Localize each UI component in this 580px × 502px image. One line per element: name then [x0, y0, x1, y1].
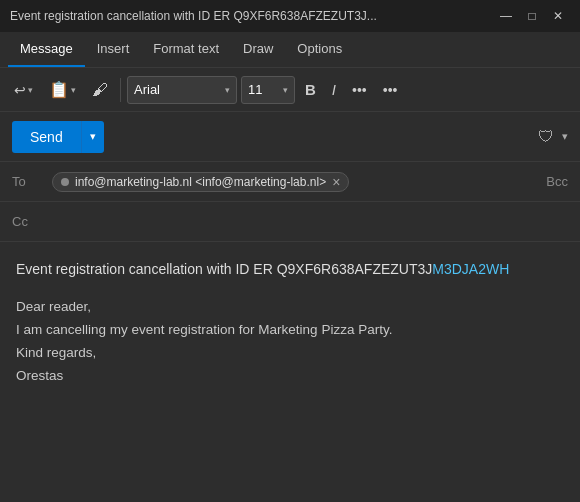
font-family-chevron: ▾: [225, 85, 230, 95]
undo-button[interactable]: ↩ ▾: [8, 74, 39, 106]
window-controls: — □ ✕: [494, 6, 570, 26]
paste-icon: 📋: [49, 80, 69, 99]
italic-button[interactable]: I: [326, 74, 342, 106]
ellipsis-icon-1: •••: [352, 82, 367, 98]
shield-icon: 🛡: [538, 128, 554, 146]
recipient-remove-button[interactable]: ×: [332, 175, 340, 189]
tab-draw[interactable]: Draw: [231, 32, 285, 67]
font-family-selector[interactable]: Arial ▾: [127, 76, 237, 104]
email-body[interactable]: Event registration cancellation with ID …: [0, 242, 580, 502]
window-title: Event registration cancellation with ID …: [10, 9, 494, 23]
tab-format-text[interactable]: Format text: [141, 32, 231, 67]
maximize-button[interactable]: □: [520, 6, 544, 26]
undo-chevron: ▾: [28, 85, 33, 95]
paste-button[interactable]: 📋 ▾: [43, 74, 82, 106]
to-label: To: [12, 174, 52, 189]
recipient-address: info@marketing-lab.nl <info@marketing-la…: [75, 175, 326, 189]
tab-options[interactable]: Options: [285, 32, 354, 67]
tab-insert[interactable]: Insert: [85, 32, 142, 67]
recipient-dot: [61, 178, 69, 186]
send-button[interactable]: Send: [12, 121, 81, 153]
font-size-chevron: ▾: [283, 85, 288, 95]
to-chips: info@marketing-lab.nl <info@marketing-la…: [52, 172, 546, 192]
more-options-button-1[interactable]: •••: [346, 74, 373, 106]
send-button-group: Send ▾: [12, 121, 104, 153]
email-line-2: I am cancelling my event registration fo…: [16, 319, 564, 342]
recipients-area: To info@marketing-lab.nl <info@marketing…: [0, 162, 580, 242]
toolbar: ↩ ▾ 📋 ▾ 🖌 Arial ▾ 11 ▾ B I ••• •••: [0, 68, 580, 112]
paste-chevron: ▾: [71, 85, 76, 95]
undo-icon: ↩: [14, 82, 26, 98]
ribbon-tabs: Message Insert Format text Draw Options: [0, 32, 580, 68]
cc-label: Cc: [12, 214, 52, 229]
close-button[interactable]: ✕: [546, 6, 570, 26]
bcc-button[interactable]: Bcc: [546, 174, 568, 189]
send-dropdown-button[interactable]: ▾: [81, 121, 104, 153]
ellipsis-icon-2: •••: [383, 82, 398, 98]
cc-row[interactable]: Cc: [0, 202, 580, 242]
format-painter-button[interactable]: 🖌: [86, 74, 114, 106]
send-bar: Send ▾ 🛡 ▾: [0, 112, 580, 162]
email-subject: Event registration cancellation with ID …: [16, 258, 564, 280]
to-row: To info@marketing-lab.nl <info@marketing…: [0, 162, 580, 202]
recipient-chip[interactable]: info@marketing-lab.nl <info@marketing-la…: [52, 172, 349, 192]
tab-message[interactable]: Message: [8, 32, 85, 67]
bold-button[interactable]: B: [299, 74, 322, 106]
email-line-3: Kind regards,: [16, 342, 564, 365]
font-size-selector[interactable]: 11 ▾: [241, 76, 295, 104]
format-painter-icon: 🖌: [92, 81, 108, 99]
minimize-button[interactable]: —: [494, 6, 518, 26]
email-line-1: Dear reader,: [16, 296, 564, 319]
send-dropdown-chevron: ▾: [90, 130, 96, 143]
more-options-button-2[interactable]: •••: [377, 74, 404, 106]
email-line-4: Orestas: [16, 365, 564, 388]
email-content: Dear reader, I am cancelling my event re…: [16, 296, 564, 388]
separator-1: [120, 78, 121, 102]
send-bar-right: 🛡 ▾: [538, 128, 568, 146]
send-options-chevron[interactable]: ▾: [562, 130, 568, 143]
title-bar: Event registration cancellation with ID …: [0, 0, 580, 32]
